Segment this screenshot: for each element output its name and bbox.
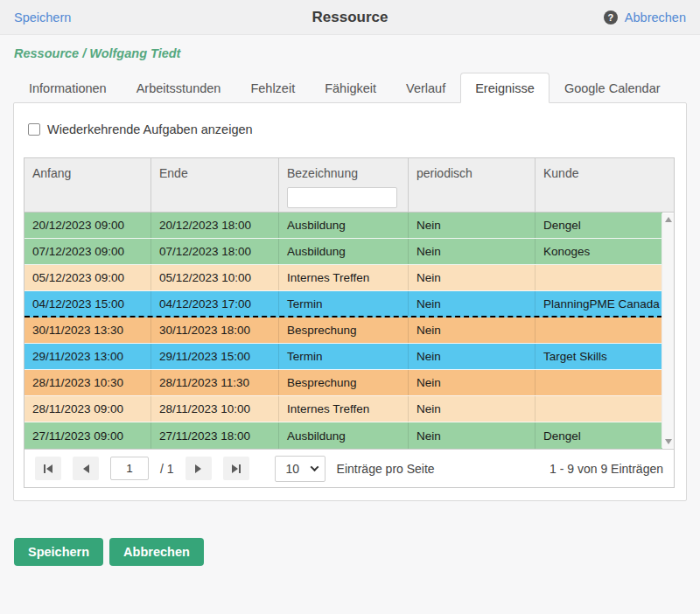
table-cell: Termin xyxy=(279,344,409,369)
table-body: 20/12/2023 09:0020/12/2023 18:00Ausbildu… xyxy=(24,213,662,449)
page-title: Ressource xyxy=(0,9,700,26)
table-header: AnfangEndeBezeichnungperiodischKunde xyxy=(24,158,674,213)
prev-page-button[interactable] xyxy=(73,457,99,480)
table-cell: 28/11/2023 10:00 xyxy=(151,396,279,422)
tab-fehlzeit[interactable]: Fehlzeit xyxy=(235,73,310,103)
table-cell: 07/12/2023 18:00 xyxy=(151,239,279,264)
table-cell: 27/11/2023 18:00 xyxy=(151,422,279,449)
table-cell: 04/12/2023 15:00 xyxy=(24,291,151,316)
table-cell: Besprechung xyxy=(279,370,409,395)
scroll-up-icon[interactable] xyxy=(665,217,672,222)
tabs: InformationenArbeitsstundenFehlzeitFähig… xyxy=(14,73,700,102)
column-header-bezeichnung[interactable]: Bezeichnung xyxy=(279,158,409,212)
table-cell: 07/12/2023 09:00 xyxy=(24,239,151,264)
table-cell: Nein xyxy=(409,291,536,316)
tab-ereignisse[interactable]: Ereignisse xyxy=(460,73,550,103)
table-cell: Nein xyxy=(409,317,536,343)
table-cell: 28/11/2023 09:00 xyxy=(24,396,151,422)
table-cell: Nein xyxy=(409,265,536,290)
tab-panel-ereignisse: Wiederkehrende Aufgaben anzeigen AnfangE… xyxy=(13,102,687,501)
table-cell: Ausbildung xyxy=(279,422,409,449)
first-page-icon xyxy=(44,464,46,473)
column-header-kunde[interactable]: Kunde xyxy=(536,158,674,212)
table-row[interactable]: 20/12/2023 09:0020/12/2023 18:00Ausbildu… xyxy=(24,213,662,239)
page-size-value: 10 xyxy=(286,462,300,476)
table-cell: 05/12/2023 10:00 xyxy=(151,265,279,290)
prev-page-icon xyxy=(83,464,89,473)
table-cell: 04/12/2023 17:00 xyxy=(151,291,279,316)
filter-input-bezeichnung[interactable] xyxy=(287,187,397,208)
save-button[interactable]: Speichern xyxy=(14,538,103,566)
topbar-save-link[interactable]: Speichern xyxy=(14,10,71,24)
chevron-down-icon xyxy=(310,463,318,471)
table-row[interactable]: 05/12/2023 09:0005/12/2023 10:00Internes… xyxy=(24,265,662,291)
table-row[interactable]: 30/11/2023 13:3030/11/2023 18:00Besprech… xyxy=(24,317,662,344)
next-page-icon xyxy=(195,464,201,473)
tab-faehigkeit[interactable]: Fähigkeit xyxy=(310,73,391,103)
table-cell: 27/11/2023 09:00 xyxy=(24,422,151,449)
table-cell: 29/11/2023 15:00 xyxy=(151,344,279,369)
help-icon[interactable]: ? xyxy=(604,10,618,24)
table-cell: Nein xyxy=(409,344,536,369)
tab-arbeitsstunden[interactable]: Arbeitsstunden xyxy=(122,73,236,103)
table-cell: 20/12/2023 18:00 xyxy=(151,213,279,238)
page-size-select[interactable]: 10 xyxy=(275,456,326,482)
table-cell: PlanningPME Canada xyxy=(536,291,662,316)
tab-google-calendar[interactable]: Google Calendar xyxy=(550,73,676,103)
last-page-icon xyxy=(232,464,238,473)
table-cell: Ausbildung xyxy=(279,239,409,264)
table-cell xyxy=(536,265,662,290)
pagination-bar: / 1 10 Einträge pro Seite 1 - 9 von 9 Ei… xyxy=(24,449,674,487)
cancel-button[interactable]: Abbrechen xyxy=(109,538,204,566)
table-cell: 28/11/2023 10:30 xyxy=(24,370,151,395)
column-header-periodisch[interactable]: periodisch xyxy=(409,158,536,212)
tab-verlauf[interactable]: Verlauf xyxy=(391,73,460,103)
table-cell: 20/12/2023 09:00 xyxy=(24,213,151,238)
table-cell: Nein xyxy=(409,213,536,238)
column-header-ende[interactable]: Ende xyxy=(151,158,279,212)
topbar: Speichern Ressource ? Abbrechen xyxy=(0,0,700,35)
recurring-tasks-label: Wiederkehrende Aufgaben anzeigen xyxy=(47,122,253,136)
table-row[interactable]: 04/12/2023 15:0004/12/2023 17:00TerminNe… xyxy=(24,291,662,317)
total-pages-label: / 1 xyxy=(160,462,174,476)
entries-range-label: 1 - 9 von 9 Einträgen xyxy=(550,462,663,476)
recurring-tasks-row: Wiederkehrende Aufgaben anzeigen xyxy=(28,122,676,136)
table-cell: Nein xyxy=(409,396,536,422)
table-row[interactable]: 29/11/2023 13:0029/11/2023 15:00TerminNe… xyxy=(24,344,662,370)
table-cell: Besprechung xyxy=(279,317,409,343)
events-table: AnfangEndeBezeichnungperiodischKunde 20/… xyxy=(24,157,675,488)
table-cell xyxy=(536,317,662,343)
table-cell: Dengel xyxy=(536,422,662,449)
table-cell: Nein xyxy=(409,422,536,449)
breadcrumb: Ressource / Wolfgang Tiedt xyxy=(14,46,686,60)
recurring-tasks-checkbox[interactable] xyxy=(28,123,40,136)
table-cell: Internes Treffen xyxy=(279,265,409,290)
scroll-down-icon[interactable] xyxy=(665,439,672,444)
table-cell: Nein xyxy=(409,370,536,395)
table-cell xyxy=(536,396,662,422)
table-cell: 30/11/2023 13:30 xyxy=(24,317,151,343)
table-cell xyxy=(536,370,662,395)
table-cell: 30/11/2023 18:00 xyxy=(151,317,279,343)
table-cell: Dengel xyxy=(536,213,662,238)
table-row[interactable]: 27/11/2023 09:0027/11/2023 18:00Ausbildu… xyxy=(24,422,662,449)
first-page-button[interactable] xyxy=(35,457,61,480)
topbar-cancel-link[interactable]: Abbrechen xyxy=(625,10,686,24)
table-cell: Termin xyxy=(279,291,409,316)
table-scrollbar[interactable] xyxy=(662,213,674,448)
table-cell: Konoges xyxy=(536,239,662,264)
table-row[interactable]: 28/11/2023 09:0028/11/2023 10:00Internes… xyxy=(24,396,662,422)
tab-informationen[interactable]: Informationen xyxy=(14,73,122,103)
table-row[interactable]: 28/11/2023 10:3028/11/2023 11:30Besprech… xyxy=(24,370,662,396)
table-cell: 28/11/2023 11:30 xyxy=(151,370,279,395)
page-number-input[interactable] xyxy=(110,457,149,480)
next-page-button[interactable] xyxy=(186,457,212,480)
bottom-actions: Speichern Abbrechen xyxy=(14,538,700,566)
table-cell: Target Skills xyxy=(536,344,662,369)
page-size-label: Einträge pro Seite xyxy=(337,462,435,476)
table-cell: 29/11/2023 13:00 xyxy=(24,344,151,369)
last-page-button[interactable] xyxy=(223,457,249,480)
table-cell: 05/12/2023 09:00 xyxy=(24,265,151,290)
table-row[interactable]: 07/12/2023 09:0007/12/2023 18:00Ausbildu… xyxy=(24,239,662,265)
column-header-anfang[interactable]: Anfang xyxy=(24,158,151,212)
